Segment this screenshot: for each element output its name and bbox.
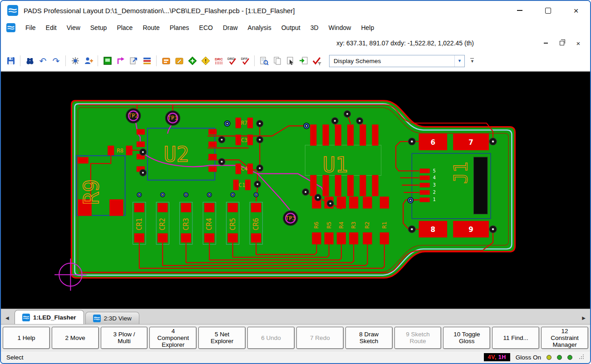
menu-edit[interactable]: Edit	[41, 22, 61, 34]
add-part-icon[interactable]	[82, 55, 94, 67]
pane-minimize-icon	[544, 43, 548, 44]
check-filter-icon[interactable]	[310, 55, 323, 67]
find-icon[interactable]	[24, 55, 36, 67]
refdes-r4: R4	[338, 221, 345, 229]
import-icon[interactable]	[297, 55, 310, 67]
close-button[interactable]: ×	[562, 1, 590, 20]
refdes-r3: R3	[350, 221, 357, 229]
refdes-cr1: CR1	[135, 218, 143, 230]
layer-stackup-icon[interactable]	[141, 55, 153, 67]
toolbar-separator	[98, 55, 98, 66]
menu-3d[interactable]: 3D	[306, 22, 323, 34]
maximize-button[interactable]	[534, 1, 562, 20]
menu-file[interactable]: File	[21, 22, 40, 34]
svg-text:DRC: DRC	[215, 57, 223, 61]
export-icon[interactable]	[128, 55, 140, 67]
resize-grip[interactable]	[578, 354, 585, 361]
dff-icon[interactable]: DFF	[239, 55, 251, 67]
svg-text:4: 4	[433, 175, 436, 180]
display-control-icon[interactable]	[101, 55, 113, 67]
design-review-icon[interactable]	[258, 55, 270, 67]
tab-led-flasher[interactable]: 1:LED_Flasher	[15, 310, 84, 324]
refdes-tp1: TP1	[168, 115, 178, 121]
fnkey-component-explorer[interactable]: 4ComponentExplorer	[149, 327, 197, 349]
app-logo-icon	[7, 5, 18, 16]
svg-text:6: 6	[431, 138, 436, 147]
library-icon[interactable]	[160, 55, 172, 67]
copy-icon[interactable]	[271, 55, 283, 67]
display-schemes-value: Display Schemes	[334, 58, 381, 64]
svg-text:!: !	[205, 58, 207, 64]
selection-filter-icon[interactable]	[69, 55, 81, 67]
statusbar: Select 4V, 1H Gloss On	[1, 351, 590, 363]
menu-route[interactable]: Route	[138, 22, 164, 34]
refdes-c4: C4	[241, 166, 248, 172]
menu-setup[interactable]: Setup	[86, 22, 112, 34]
app-window: PADS Professional Layout D:\1_Demostrati…	[0, 0, 591, 364]
fnkey-help[interactable]: 1 Help	[3, 327, 50, 349]
drc-icon[interactable]: DRC	[212, 55, 225, 67]
refdes-r7: R7	[241, 120, 248, 126]
menu-draw[interactable]: Draw	[218, 22, 242, 34]
menu-eco[interactable]: ECO	[195, 22, 217, 34]
tab-3d-view[interactable]: 2:3D View	[85, 312, 139, 324]
hazard-icon[interactable]: !	[199, 55, 212, 67]
tabs-scroll-left-icon[interactable]: ◀	[5, 315, 9, 320]
save-icon[interactable]	[5, 55, 17, 67]
fnkey-constraint-manager[interactable]: 12ConstraintManager	[541, 327, 588, 349]
swap-layer-icon[interactable]	[114, 55, 127, 67]
refdes-tp3: TP3	[286, 215, 296, 221]
drd-icon[interactable]: DRD	[226, 55, 238, 67]
menu-place[interactable]: Place	[112, 22, 137, 34]
svg-text:7: 7	[468, 138, 473, 147]
pane-close-button[interactable]: ×	[575, 39, 582, 47]
board-outline	[71, 101, 515, 278]
menu-planes[interactable]: Planes	[165, 22, 194, 34]
pcb-canvas[interactable]: U2 U1 R9 J1 R8 R7 C3 C4 C1 CR1 CR2 CR3 C…	[1, 72, 590, 309]
refdes-u1: U1	[323, 152, 348, 177]
fnkey-find[interactable]: 11 Find...	[492, 327, 539, 349]
display-schemes-dropdown[interactable]: Display Schemes ▼	[329, 55, 465, 67]
pane-minimize-button[interactable]	[542, 39, 549, 47]
menu-analysis[interactable]: Analysis	[243, 22, 276, 34]
fnkey-plow-multi[interactable]: 3 Plow /Multi	[101, 327, 148, 349]
status-mode: Select	[6, 354, 24, 361]
redo-icon[interactable]: ↷	[50, 55, 62, 67]
fnkey-draw-sketch[interactable]: 8 DrawSketch	[345, 327, 393, 349]
toolbar-separator	[20, 55, 20, 66]
j1-connector-body	[474, 157, 488, 214]
fnkey-redo: 7 Redo	[296, 327, 344, 349]
menu-view[interactable]: View	[62, 22, 85, 34]
verify-icon[interactable]	[186, 55, 198, 67]
maximize-icon	[545, 8, 551, 14]
refdes-r5: R5	[325, 221, 332, 229]
pane-restore-button[interactable]	[558, 39, 566, 47]
undo-icon[interactable]: ↶	[37, 55, 49, 67]
refdes-c3: C3	[241, 137, 248, 143]
status-dot-3	[567, 355, 572, 360]
fnkey-move[interactable]: 2 Move	[52, 327, 99, 349]
svg-text:9: 9	[468, 226, 473, 234]
menu-output[interactable]: Output	[277, 22, 305, 34]
status-dot-2	[557, 355, 562, 360]
tab-logo-icon	[22, 314, 30, 321]
refdes-c1: C1	[239, 182, 246, 188]
menu-window[interactable]: Window	[324, 22, 356, 34]
toolbar-overflow-button[interactable]: ▼	[470, 58, 474, 64]
tabs-scroll-right-icon[interactable]: ▶	[582, 315, 586, 320]
chevron-down-icon[interactable]: ▼	[454, 55, 464, 67]
gloss-status[interactable]: Gloss On	[516, 354, 541, 361]
menu-help[interactable]: Help	[356, 22, 379, 34]
toolbar-separator	[156, 55, 157, 66]
fnkey-toggle-gloss[interactable]: 10 ToggleGloss	[443, 327, 490, 349]
select-document-icon[interactable]	[284, 55, 296, 67]
layer-indicator[interactable]: 4V, 1H	[484, 353, 510, 361]
refdes-r8: R8	[117, 148, 123, 154]
design-canvas[interactable]: U2 U1 R9 J1 R8 R7 C3 C4 C1 CR1 CR2 CR3 C…	[1, 71, 590, 309]
minimize-button[interactable]	[506, 1, 534, 20]
toolbar-separator	[254, 55, 255, 66]
function-key-row: 1 Help 2 Move 3 Plow /Multi 4ComponentEx…	[1, 325, 590, 351]
refdes-j1: J1	[450, 162, 472, 184]
fnkey-net-explorer[interactable]: 5 NetExplorer	[198, 327, 246, 349]
edit-document-icon[interactable]	[173, 55, 185, 67]
